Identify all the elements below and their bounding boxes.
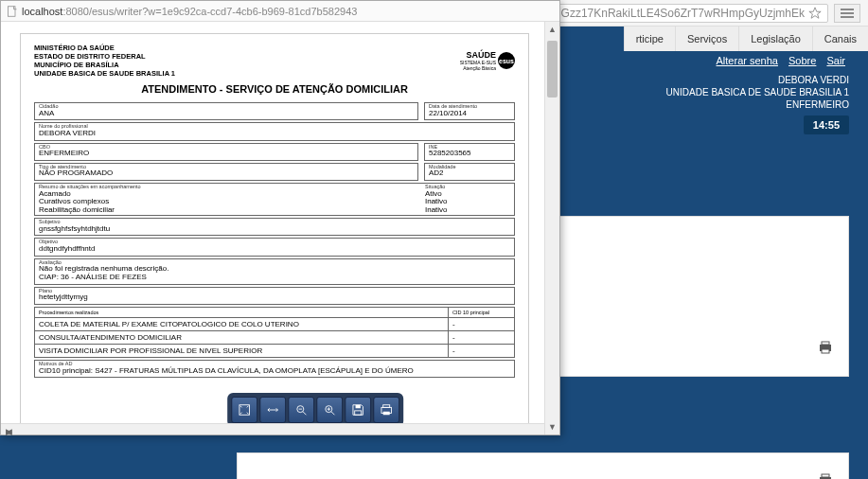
nav-item-legislacao[interactable]: Legislação xyxy=(738,27,812,51)
user-cbo: ENFERMEIRO xyxy=(666,98,849,111)
document-logo: SAÚDE SISTEMA E-SUS Atenção Básica esus xyxy=(460,44,515,78)
pdf-toolbar xyxy=(227,393,403,427)
org-line-2: ESTADO DE DISTRITO FEDERAL xyxy=(34,52,175,61)
table-row: CONSULTA/ATENDIMENTO DOMICILIAR - xyxy=(35,331,514,345)
field-value: ENFERMEIRO xyxy=(39,150,414,158)
table-header-cid10: CID 10 principal xyxy=(448,308,514,317)
save-button[interactable] xyxy=(345,397,371,423)
table-row: VISITA DOMICILIAR POR PROFISSIONAL DE NI… xyxy=(35,345,514,358)
field-value: hetetyjdttymyg xyxy=(39,293,510,302)
table-header-procedimentos: Procedimentos realizados xyxy=(35,308,448,317)
print-icon[interactable] xyxy=(818,340,833,359)
table-procedimentos: Procedimentos realizados CID 10 principa… xyxy=(34,307,515,358)
field-value: DEBORA VERDI xyxy=(39,130,510,138)
field-avaliacao: Avaliação Não foi registrada nenhuma des… xyxy=(34,258,515,285)
field-value: ddtgndfyhdffhntd xyxy=(39,245,510,254)
proc-cid: - xyxy=(448,345,514,357)
document-page: MINISTÉRIO DA SAÚDE ESTADO DE DISTRITO F… xyxy=(20,33,529,425)
svg-rect-14 xyxy=(383,405,390,408)
fit-page-button[interactable] xyxy=(231,397,257,423)
proc-nome: CONSULTA/ATENDIMENTO DOMICILIAR xyxy=(35,331,448,344)
field-value: AD2 xyxy=(429,169,510,178)
field-tipo-atendimento: Tipo de atendimento NÃO PROGRAMADO xyxy=(34,163,418,181)
field-data-atendimento: Data de atendimento 22/10/2014 xyxy=(424,102,515,120)
field-motivos-ad: Motivos de AD CID10 principal: S427 - FR… xyxy=(34,360,515,378)
scroll-up-button[interactable]: ▲ xyxy=(545,22,559,37)
user-info: DEBORA VERDI UNIDADE BASICA DE SAUDE BRA… xyxy=(666,74,849,111)
nav-item-participe[interactable]: rticipe xyxy=(624,27,675,51)
popup-address-bar[interactable]: localhost:8080/esus/writer?w=1e9c92ca-cc… xyxy=(1,1,559,22)
logo-subtext-2: Atenção Básica xyxy=(460,65,496,71)
field-value: 5285203565 xyxy=(429,150,510,158)
logo-text: SAÚDE xyxy=(460,50,496,60)
popup-content: MINISTÉRIO DA SAÚDE ESTADO DE DISTRITO F… xyxy=(1,22,559,435)
situacao-status: Inativo xyxy=(425,206,510,215)
scroll-down-button[interactable]: ▼ xyxy=(545,419,559,435)
document-title: ATENDIMENTO - SERVIÇO DE ATENÇÃO DOMICIL… xyxy=(34,83,515,95)
field-objetivo: Objetivo ddtgndfyhdffhntd xyxy=(34,238,515,256)
svg-rect-2 xyxy=(822,342,829,345)
proc-nome: VISITA DOMICILIAR POR PROFISSIONAL DE NI… xyxy=(35,345,448,357)
svg-rect-12 xyxy=(355,411,362,415)
nav-item-servicos[interactable]: Serviços xyxy=(675,27,738,51)
field-value: NÃO PROGRAMADO xyxy=(39,169,414,178)
svg-rect-3 xyxy=(822,349,829,353)
vertical-scrollbar[interactable]: ▲ ▼ xyxy=(544,22,559,435)
popup-window: localhost:8080/esus/writer?w=1e9c92ca-cc… xyxy=(0,0,560,435)
field-plano: Plano hetetyjdttymyg xyxy=(34,287,515,305)
logo-badge-icon: esus xyxy=(498,52,515,69)
svg-rect-11 xyxy=(356,405,361,409)
link-sobre[interactable]: Sobre xyxy=(788,55,816,66)
proc-nome: COLETA DE MATERIAL P/ EXAME CITOPATOLOGI… xyxy=(35,318,448,330)
proc-cid: - xyxy=(448,331,514,344)
popup-url-host: localhost xyxy=(22,6,62,17)
svg-rect-15 xyxy=(383,412,390,416)
org-line-3: MUNICÍPIO DE BRASÍLIA xyxy=(34,61,175,69)
field-value: gnssfghfsfsyhtdhjtdtu xyxy=(39,225,510,234)
zoom-out-button[interactable] xyxy=(288,397,314,423)
horizontal-scrollbar[interactable]: ◀ ▶ xyxy=(1,423,544,435)
scrollbar-thumb[interactable] xyxy=(547,41,558,98)
document-header-org: MINISTÉRIO DA SAÚDE ESTADO DE DISTRITO F… xyxy=(34,44,175,78)
field-situacoes: Resumo de situações em acompanhamento Si… xyxy=(34,183,515,216)
field-value: ANA xyxy=(39,110,414,118)
field-value-ciap: CIAP: 36 - ANÁLISE DE FEZES xyxy=(39,274,510,282)
popup-url-path: :8080/esus/writer?w=1e9c92ca-ccd7-4cb6-b… xyxy=(62,6,357,17)
scroll-right-button[interactable]: ▶ xyxy=(1,424,16,439)
field-value: 22/10/2014 xyxy=(429,110,510,118)
nav-item-canais[interactable]: Canais xyxy=(812,27,868,51)
field-modalidade: Modalidade AD2 xyxy=(424,163,515,181)
page-icon xyxy=(7,6,18,17)
fit-width-button[interactable] xyxy=(259,397,286,423)
svg-rect-5 xyxy=(822,474,829,477)
field-ine: INE 5285203565 xyxy=(424,143,515,161)
field-cidadao: Cidadão ANA xyxy=(34,102,418,120)
proc-cid: - xyxy=(448,318,514,330)
field-subjetivo: Subjetivo gnssfghfsfsyhtdhjtdtu xyxy=(34,218,515,236)
header-sublinks: Alterar senha Sobre Sair xyxy=(713,55,849,66)
link-alterar-senha[interactable]: Alterar senha xyxy=(717,55,778,66)
bookmark-star-icon[interactable] xyxy=(808,7,822,20)
field-cbo: CBO ENFERMEIRO xyxy=(34,143,418,161)
top-nav: rticipe Serviços Legislação Canais xyxy=(624,27,868,51)
background-panel-2 xyxy=(237,452,849,479)
browser-menu-button[interactable] xyxy=(834,4,860,23)
link-sair[interactable]: Sair xyxy=(826,55,845,66)
field-nome-profissional: Nome do profissional DEBORA VERDI xyxy=(34,122,515,140)
print-icon[interactable] xyxy=(818,472,833,479)
print-button[interactable] xyxy=(373,397,399,423)
user-name: DEBORA VERDI xyxy=(666,74,849,86)
org-line-1: MINISTÉRIO DA SAÚDE xyxy=(34,44,175,52)
field-value: CID10 principal: S427 - FRATURAS MÚLTIPL… xyxy=(39,367,510,376)
org-line-4: UNIDADE BASICA DE SAUDE BRASILIA 1 xyxy=(34,69,175,78)
table-row: COLETA DE MATERIAL P/ EXAME CITOPATOLOGI… xyxy=(35,318,514,331)
document-header: MINISTÉRIO DA SAÚDE ESTADO DE DISTRITO F… xyxy=(34,44,515,78)
zoom-in-button[interactable] xyxy=(316,397,343,423)
user-unidade: UNIDADE BASICA DE SAUDE BRASILIA 1 xyxy=(666,86,849,98)
clock-badge: 14:55 xyxy=(804,115,849,134)
situacao-nome: Reabilitação domiciliar xyxy=(39,206,425,215)
